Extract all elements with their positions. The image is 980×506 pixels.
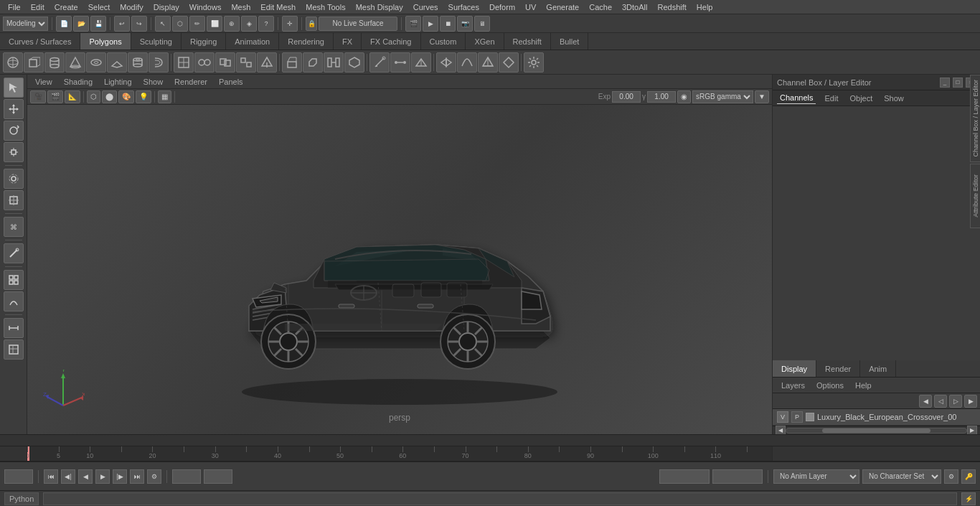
select-tool[interactable] (4, 78, 24, 98)
shelf-plane[interactable] (107, 52, 127, 72)
menu-mesh-display[interactable]: Mesh Display (351, 1, 408, 13)
anim-tab[interactable]: Anim (860, 360, 896, 377)
tab-redshift[interactable]: Redshift (504, 33, 551, 50)
tab-fx[interactable]: FX (334, 33, 362, 50)
panel-minimize-btn[interactable]: _ (940, 78, 950, 88)
channels-tab[interactable]: Channels (777, 92, 816, 104)
gamma-input[interactable]: 1.00 (647, 91, 676, 103)
live-surface-select[interactable]: No Live Surface (319, 17, 397, 31)
panels-menu[interactable]: Panels (214, 77, 248, 87)
shelf-bridge[interactable] (324, 52, 344, 72)
layer-next-btn[interactable]: ▷ (949, 395, 962, 408)
play-forward-btn[interactable]: ▶ (95, 469, 110, 484)
tab-polygons[interactable]: Polygons (80, 33, 131, 50)
shelf-combine[interactable] (215, 52, 235, 72)
undo-btn[interactable]: ↩ (114, 16, 130, 32)
sculpt-tool[interactable] (4, 291, 24, 311)
render2-btn[interactable]: ▶ (423, 16, 438, 32)
shading-menu[interactable]: Shading (59, 77, 98, 87)
step-back-btn[interactable]: ◀| (61, 469, 75, 484)
tab-xgen[interactable]: XGen (466, 33, 504, 50)
menu-mesh[interactable]: Mesh (226, 1, 255, 13)
exposure-input[interactable]: 0.00 (612, 91, 641, 103)
paint-effects-tool[interactable] (4, 243, 24, 263)
lighting-menu[interactable]: Lighting (99, 77, 137, 87)
render5-btn[interactable]: 🖥 (474, 16, 490, 32)
lasso-btn[interactable]: ⬡ (172, 16, 188, 32)
display-tab[interactable]: Display (773, 360, 816, 377)
shelf-helix[interactable] (149, 52, 169, 72)
render-tab[interactable]: Render (816, 360, 860, 377)
tab-animation[interactable]: Animation (226, 33, 279, 50)
menu-redshift[interactable]: Redshift (652, 1, 691, 13)
camera-btn[interactable]: 🎥 (30, 90, 46, 103)
shelf-separate[interactable] (236, 52, 256, 72)
shelf-sphere[interactable] (3, 52, 23, 72)
snap2-btn[interactable]: ◈ (241, 16, 257, 32)
shelf-subdiv[interactable] (174, 52, 194, 72)
texture-btn[interactable]: 🎨 (118, 90, 134, 103)
view-menu[interactable]: View (30, 77, 57, 87)
go-to-end-btn[interactable]: ⏭ (130, 469, 144, 484)
wireframe-btn[interactable]: ⬡ (87, 90, 100, 103)
lighting-btn[interactable]: 💡 (136, 90, 151, 103)
layer-next2-btn[interactable]: ▶ (964, 395, 977, 408)
shelf-extrude[interactable] (282, 52, 302, 72)
open-file-btn[interactable]: 📂 (73, 16, 89, 32)
autokey-btn[interactable]: 🔑 (961, 469, 976, 484)
menu-cache[interactable]: Cache (584, 1, 617, 13)
live-surface-toggle[interactable]: 🔒 (306, 17, 317, 31)
last-tool[interactable]: ⌘ (4, 217, 24, 237)
shelf-collapse[interactable] (411, 52, 431, 72)
go-to-start-btn[interactable]: ⏮ (44, 469, 58, 484)
save-file-btn[interactable]: 💾 (90, 16, 106, 32)
color-manage-btn[interactable]: ▼ (755, 90, 769, 103)
anim-range-start-input[interactable]: 120 (659, 469, 710, 484)
menu-file[interactable]: File (3, 1, 26, 13)
resolution-btn[interactable]: 📐 (65, 90, 80, 103)
color-space-icon[interactable]: ◉ (677, 90, 691, 103)
menu-curves[interactable]: Curves (408, 1, 443, 13)
smooth-shade-btn[interactable]: ⬤ (102, 90, 117, 103)
tab-curves-surfaces[interactable]: Curves / Surfaces (0, 33, 80, 50)
paint-btn[interactable]: ✏ (189, 16, 205, 32)
menu-generate[interactable]: Generate (541, 1, 584, 13)
move-btn[interactable]: ✛ (282, 16, 298, 32)
show-manipulator-tool[interactable] (4, 190, 24, 210)
status-icon-1[interactable]: ⚡ (961, 492, 976, 505)
snap-btn[interactable]: ⊕ (224, 16, 240, 32)
shelf-merge[interactable] (194, 52, 215, 72)
menu-uv[interactable]: UV (520, 1, 541, 13)
menu-modify[interactable]: Modify (115, 1, 148, 13)
measure-tool[interactable] (4, 318, 24, 338)
scroll-track[interactable] (786, 428, 967, 434)
shelf-connect[interactable] (390, 52, 410, 72)
shelf-fill-hole[interactable] (344, 52, 364, 72)
component-mode-btn[interactable] (4, 270, 24, 290)
help-btn[interactable]: ? (258, 16, 274, 32)
shelf-mirror[interactable] (436, 52, 456, 72)
tab-rendering[interactable]: Rendering (279, 33, 334, 50)
render-btn[interactable]: 🎬 (405, 16, 421, 32)
python-label[interactable]: Python (4, 492, 39, 505)
char-set-settings-btn[interactable]: ⚙ (944, 469, 958, 484)
scroll-thumb[interactable] (822, 428, 930, 433)
current-frame-input[interactable]: 1 (4, 469, 33, 484)
char-set-select[interactable]: No Character Set (862, 469, 941, 484)
anim-range-end-input[interactable]: 200 (712, 469, 763, 484)
color-space-select[interactable]: sRGB gamma (692, 90, 753, 103)
menu-mesh-tools[interactable]: Mesh Tools (301, 1, 350, 13)
menu-3dtoall[interactable]: 3DtoAll (617, 1, 652, 13)
layer-visibility-btn[interactable]: V (777, 411, 788, 423)
scroll-right-btn[interactable]: ▶ (967, 426, 977, 435)
show-menu[interactable]: Show (138, 77, 169, 87)
layers-submenu[interactable]: Layers (776, 380, 811, 391)
menu-help[interactable]: Help (692, 1, 718, 13)
shelf-bevel[interactable] (303, 52, 323, 72)
command-input[interactable] (43, 492, 957, 505)
rotate-tool[interactable] (4, 121, 24, 141)
scale-tool[interactable] (4, 142, 24, 162)
shelf-torus[interactable] (86, 52, 106, 72)
shelf-settings[interactable] (524, 52, 544, 72)
attribute-editor-vtab[interactable]: Attribute Editor (970, 164, 980, 228)
